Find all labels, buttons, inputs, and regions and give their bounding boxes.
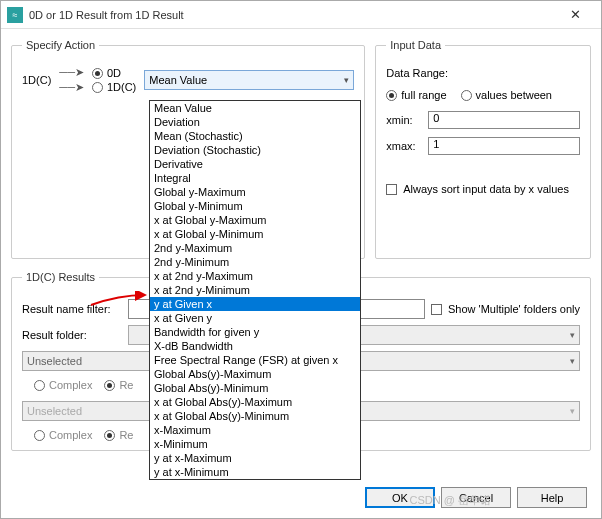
unselected-1-value: Unselected	[27, 355, 82, 367]
chevron-down-icon: ▾	[344, 75, 349, 85]
always-sort-label: Always sort input data by x values	[403, 183, 569, 195]
dropdown-item[interactable]: Global Abs(y)-Minimum	[150, 381, 360, 395]
radio-full-range[interactable]	[386, 90, 397, 101]
radio-full-range-label: full range	[401, 89, 446, 101]
input-data-group: Input Data Data Range: full range values…	[375, 39, 591, 259]
dropdown-item[interactable]: 2nd y-Minimum	[150, 255, 360, 269]
dropdown-item[interactable]: x at 2nd y-Maximum	[150, 269, 360, 283]
app-icon: ≈	[7, 7, 23, 23]
folder-label: Result folder:	[22, 329, 122, 341]
always-sort-checkbox[interactable]	[386, 184, 397, 195]
radio-0d[interactable]	[92, 68, 103, 79]
dropdown-item[interactable]: 2nd y-Maximum	[150, 241, 360, 255]
source-label: 1D(C)	[22, 74, 51, 86]
dropdown-item[interactable]: x at Global Abs(y)-Maximum	[150, 395, 360, 409]
results-legend: 1D(C) Results	[22, 271, 99, 283]
arrow-icon: ──➤ ──➤	[59, 66, 84, 94]
radio-0d-label: 0D	[107, 67, 121, 79]
dropdown-item[interactable]: Mean Value	[150, 101, 360, 115]
close-icon[interactable]: ✕	[555, 7, 595, 22]
dropdown-item[interactable]: x at Global Abs(y)-Minimum	[150, 409, 360, 423]
dropdown-item[interactable]: Mean (Stochastic)	[150, 129, 360, 143]
chevron-down-icon: ▾	[570, 330, 575, 340]
action-combo-value: Mean Value	[149, 74, 207, 86]
cancel-button[interactable]: Cancel	[441, 487, 511, 508]
dropdown-item[interactable]: x-Minimum	[150, 437, 360, 451]
dropdown-item[interactable]: Bandwidth for given y	[150, 325, 360, 339]
dropdown-item[interactable]: Integral	[150, 171, 360, 185]
xmin-input[interactable]: 0	[428, 111, 580, 129]
dropdown-item[interactable]: Global y-Maximum	[150, 185, 360, 199]
dropdown-item[interactable]: y at x-Maximum	[150, 451, 360, 465]
action-dropdown-list[interactable]: Mean ValueDeviationMean (Stochastic)Devi…	[149, 100, 361, 480]
dropdown-item[interactable]: Deviation (Stochastic)	[150, 143, 360, 157]
filter-label: Result name filter:	[22, 303, 122, 315]
radio-values-between[interactable]	[461, 90, 472, 101]
dropdown-item[interactable]: y at x-Minimum	[150, 465, 360, 479]
dropdown-item[interactable]: Derivative	[150, 157, 360, 171]
dropdown-item[interactable]: Deviation	[150, 115, 360, 129]
dropdown-item[interactable]: x at Given y	[150, 311, 360, 325]
window-title: 0D or 1D Result from 1D Result	[29, 9, 555, 21]
radio-complex-2-label: Complex	[49, 429, 92, 441]
chevron-down-icon: ▾	[570, 356, 575, 366]
radio-re-2	[104, 430, 115, 441]
dropdown-item[interactable]: y at Given x	[150, 297, 360, 311]
dropdown-item[interactable]: x at 2nd y-Minimum	[150, 283, 360, 297]
help-button[interactable]: Help	[517, 487, 587, 508]
radio-complex-1[interactable]	[34, 380, 45, 391]
radio-values-between-label: values between	[476, 89, 552, 101]
radio-1dc-label: 1D(C)	[107, 81, 136, 93]
dropdown-item[interactable]: Free Spectral Range (FSR) at given x	[150, 353, 360, 367]
radio-re-1[interactable]	[104, 380, 115, 391]
radio-re-1-label: Re	[119, 379, 133, 391]
inputdata-legend: Input Data	[386, 39, 445, 51]
dropdown-item[interactable]: x at Global y-Maximum	[150, 213, 360, 227]
dropdown-item[interactable]: x-Maximum	[150, 423, 360, 437]
dropdown-item[interactable]: Global Abs(y)-Maximum	[150, 367, 360, 381]
specify-legend: Specify Action	[22, 39, 99, 51]
show-multiple-label: Show 'Multiple' folders only	[448, 303, 580, 315]
xmin-label: xmin:	[386, 114, 422, 126]
dropdown-item[interactable]: Rejected Bandwidth in % at y	[150, 479, 360, 480]
dropdown-item[interactable]: x at Global y-Minimum	[150, 227, 360, 241]
data-range-label: Data Range:	[386, 67, 580, 79]
show-multiple-checkbox[interactable]	[431, 304, 442, 315]
unselected-2-value: Unselected	[27, 405, 82, 417]
chevron-down-icon: ▾	[570, 406, 575, 416]
dropdown-item[interactable]: X-dB Bandwidth	[150, 339, 360, 353]
action-combo[interactable]: Mean Value ▾	[144, 70, 354, 90]
radio-complex-2	[34, 430, 45, 441]
ok-button[interactable]: OK	[365, 487, 435, 508]
radio-1dc[interactable]	[92, 82, 103, 93]
dropdown-item[interactable]: Global y-Minimum	[150, 199, 360, 213]
xmax-label: xmax:	[386, 140, 422, 152]
xmax-input[interactable]: 1	[428, 137, 580, 155]
radio-complex-1-label: Complex	[49, 379, 92, 391]
radio-re-2-label: Re	[119, 429, 133, 441]
